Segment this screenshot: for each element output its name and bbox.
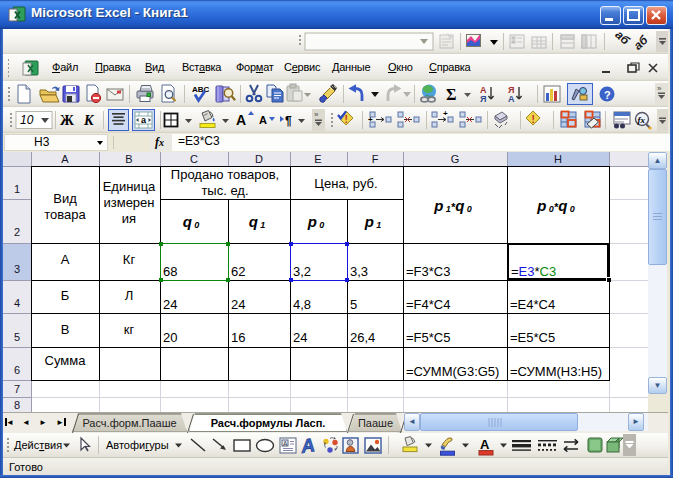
svg-text:62: 62 [231,264,245,279]
svg-text:аб: аб [631,32,651,52]
svg-text:А: А [480,437,490,452]
svg-text:4: 4 [14,297,20,309]
svg-text:Действия: Действия [14,439,62,451]
svg-text:К: К [83,113,95,128]
svg-text:Автофигуры: Автофигуры [106,439,169,451]
svg-text:1: 1 [14,183,20,195]
svg-text:26,4: 26,4 [350,330,375,345]
svg-text:А: А [61,252,70,267]
svg-text:E: E [314,153,321,165]
svg-text:»: » [314,110,319,119]
svg-text:¶: ¶ [285,114,292,128]
svg-text:+: + [368,115,373,124]
svg-text:»: » [657,84,662,93]
svg-text:2: 2 [14,226,20,238]
svg-text:24: 24 [163,297,177,312]
svg-text:68: 68 [163,264,177,279]
svg-text:=F4*C4: =F4*C4 [406,297,450,312]
svg-text:A: A [236,112,246,128]
svg-text:3,2: 3,2 [293,264,311,279]
svg-text:аб: аб [613,29,633,48]
svg-text:тыс. ед.: тыс. ед. [201,183,248,198]
svg-text:В: В [61,322,70,337]
svg-text:24: 24 [231,297,245,312]
svg-text:!: ! [345,114,348,125]
svg-text:20: 20 [163,330,177,345]
svg-text:Б: Б [61,288,70,303]
svg-text:F: F [372,153,379,165]
svg-text:=F3*C3: =F3*C3 [406,264,450,279]
svg-text:A: A [299,434,317,457]
svg-text:C: C [190,153,198,165]
svg-text:3,3: 3,3 [350,264,368,279]
svg-text:A: A [259,114,267,126]
svg-text:=E4*C4: =E4*C4 [510,297,555,312]
svg-text:Сумма: Сумма [45,353,87,368]
svg-text:10: 10 [20,113,34,127]
svg-text:7: 7 [14,383,20,395]
svg-text:кг: кг [124,322,135,337]
svg-text:товара: товара [44,207,86,222]
svg-text:fx: fx [638,115,646,125]
svg-text:А: А [508,94,515,104]
svg-text:H: H [554,153,562,165]
svg-text:измерен: измерен [103,195,154,210]
svg-text:=E3*C3: =E3*C3 [511,264,556,279]
svg-text:D: D [255,153,263,165]
svg-text:Л: Л [125,288,134,303]
svg-text:Я: Я [480,94,486,104]
svg-text:24: 24 [293,330,307,345]
svg-text:Σ: Σ [446,86,456,103]
svg-text:8: 8 [14,399,20,411]
svg-text:=СУММ(G3:G5): =СУММ(G3:G5) [406,364,499,379]
svg-text:Ж: Ж [60,113,74,128]
svg-text:Вид: Вид [53,191,77,206]
svg-text:16: 16 [231,330,245,345]
svg-text:ABC: ABC [192,85,210,94]
svg-text:Цена, руб.: Цена, руб. [314,176,377,191]
svg-text:=F5*C5: =F5*C5 [406,330,450,345]
svg-text:A: A [61,153,69,165]
svg-text:Продано товаров,: Продано товаров, [171,167,279,182]
svg-text:Единица: Единица [103,179,156,194]
svg-text:?: ? [604,89,611,101]
svg-text:=СУММ(H3:H5): =СУММ(H3:H5) [510,364,602,379]
svg-text:=E5*C5: =E5*C5 [510,330,555,345]
svg-text:+: + [443,109,448,118]
svg-text:5: 5 [350,297,357,312]
svg-text:A: A [283,440,288,447]
svg-text:Кг: Кг [123,252,136,267]
svg-text:5: 5 [14,331,20,343]
svg-text:6: 6 [14,364,20,376]
svg-text:B: B [125,153,132,165]
svg-text:3: 3 [14,263,20,275]
svg-text:G: G [451,153,460,165]
svg-text:!: ! [532,114,535,125]
svg-text:ия: ия [122,211,136,226]
svg-text:4,8: 4,8 [293,297,311,312]
